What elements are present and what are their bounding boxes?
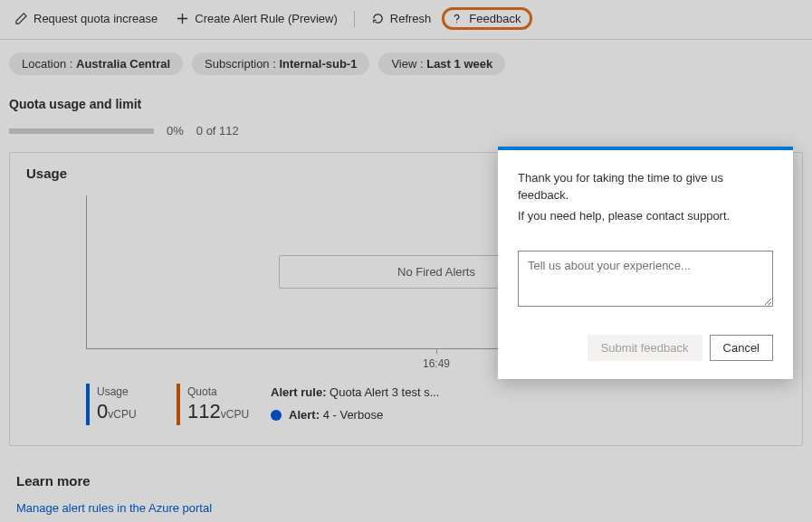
cancel-button[interactable]: Cancel	[710, 335, 773, 361]
feedback-dialog-line2: If you need help, please contact support…	[518, 208, 773, 225]
feedback-dialog-line1: Thank you for taking the time to give us…	[518, 170, 773, 204]
submit-feedback-button[interactable]: Submit feedback	[588, 335, 702, 361]
feedback-button-row: Submit feedback Cancel	[518, 335, 773, 361]
feedback-dialog: Thank you for taking the time to give us…	[498, 147, 793, 379]
feedback-textarea[interactable]	[518, 251, 773, 307]
